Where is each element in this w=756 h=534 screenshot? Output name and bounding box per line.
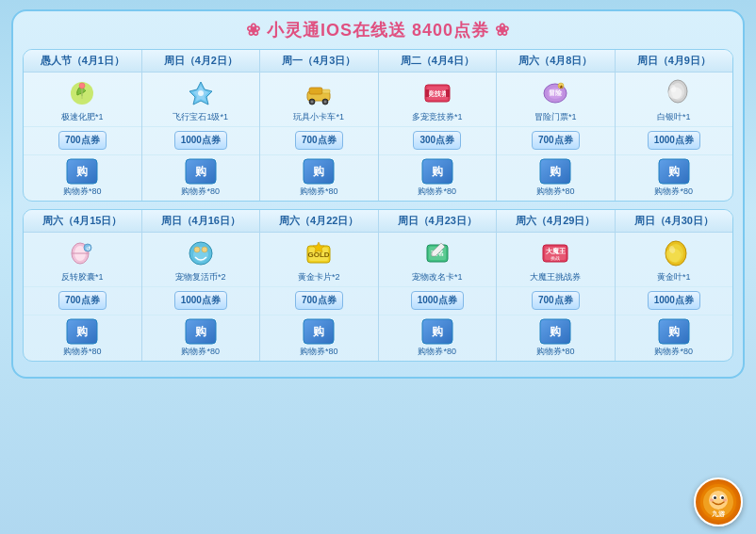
item-icon-8 xyxy=(184,236,218,270)
coupon-label-12: 购物券*80 xyxy=(654,346,693,358)
coupon-cell-1: 购 购物券*80 xyxy=(24,155,141,201)
item-cell-12: 黄金叶*1 xyxy=(616,233,733,287)
title-suffix: ❀ xyxy=(495,21,510,40)
item-label-7: 反转胶囊*1 xyxy=(61,272,104,283)
day-col-3: 周一（4月3日） 玩具小卡车*1 xyxy=(260,50,379,201)
item-label-1: 极速化肥*1 xyxy=(61,112,104,122)
item-icon-6 xyxy=(657,76,691,110)
points-badge-1: 700点券 xyxy=(58,131,107,150)
coupon-label-10: 购物券*80 xyxy=(418,346,456,358)
svg-text:竞技券: 竞技券 xyxy=(427,89,448,97)
item-icon-4: 竞技券 xyxy=(420,76,454,110)
item-label-4: 多宠竞技券*1 xyxy=(412,112,463,122)
section2-row: 周六（4月15日） ↺ 反转胶囊*1 700点券 xyxy=(24,210,732,361)
coupon-cell-12: 购 购物券*80 xyxy=(616,316,733,361)
coupon-cell-11: 购 购物券*80 xyxy=(497,316,615,361)
coupon-label-5: 购物券*80 xyxy=(536,186,575,198)
item-icon-1 xyxy=(65,76,99,110)
coupon-cell-10: 购 购物券*80 xyxy=(379,316,497,361)
svg-point-1 xyxy=(77,96,87,102)
svg-point-79 xyxy=(723,499,727,502)
page-title: ❀ 小灵通IOS在线送 8400点券 ❀ xyxy=(23,19,733,41)
svg-point-46 xyxy=(202,247,207,252)
item-label-3: 玩具小卡车*1 xyxy=(293,112,344,122)
coupon-cell-5: 购 购物券*80 xyxy=(497,155,615,201)
points-badge-10: 1000点券 xyxy=(411,291,464,310)
main-container: ❀ 小灵通IOS在线送 8400点券 ❀ 愚人节（4月1日） xyxy=(11,9,745,379)
svg-point-78 xyxy=(710,499,714,502)
svg-point-13 xyxy=(311,101,314,104)
svg-rect-23 xyxy=(446,89,450,97)
item-label-5: 冒险门票*1 xyxy=(534,112,577,122)
day-header-11: 周六（4月29日） xyxy=(497,210,615,233)
coupon-label-11: 购物券*80 xyxy=(536,346,575,358)
svg-text:大魔王: 大魔王 xyxy=(545,247,567,254)
day-col-5: 周六（4月8日） 冒险 ★ 冒险门票*1 700点券 xyxy=(497,50,616,201)
points-badge-6: 1000点券 xyxy=(648,131,700,150)
points-cell-9: 700点券 xyxy=(260,287,378,316)
svg-point-76 xyxy=(714,496,716,499)
svg-text:购: 购 xyxy=(75,165,88,178)
points-cell-3: 700点券 xyxy=(260,127,378,155)
coupon-label-1: 购物券*80 xyxy=(63,186,102,198)
svg-text:购: 购 xyxy=(431,165,443,178)
item-icon-3 xyxy=(302,76,336,110)
day-col-4: 周二（4月4日） 竞技券 多宠竞技券*1 300点券 xyxy=(379,50,498,201)
item-icon-7: ↺ xyxy=(65,236,99,270)
item-icon-5: 冒险 ★ xyxy=(538,76,572,110)
item-cell-7: ↺ 反转胶囊*1 xyxy=(24,233,141,287)
svg-point-2 xyxy=(79,83,85,89)
coupon-label-2: 购物券*80 xyxy=(181,186,220,198)
svg-text:购: 购 xyxy=(431,325,443,338)
svg-point-77 xyxy=(721,496,724,499)
day-header-3: 周一（4月3日） xyxy=(260,50,378,73)
points-badge-8: 1000点券 xyxy=(174,291,227,310)
day-header-5: 周六（4月8日） xyxy=(497,50,615,73)
points-cell-1: 700点券 xyxy=(24,127,141,155)
item-icon-11: 大魔王 挑战 xyxy=(538,236,572,270)
item-icon-2 xyxy=(184,76,218,110)
item-icon-10: 改名 xyxy=(420,236,454,270)
item-icon-9: GOLD xyxy=(302,236,336,270)
section-1: 愚人节（4月1日） 极速化肥*1 700点券 xyxy=(23,49,733,202)
day-header-1: 愚人节（4月1日） xyxy=(24,50,141,73)
coupon-cell-4: 购 购物券*80 xyxy=(379,155,497,201)
svg-text:购: 购 xyxy=(312,325,324,338)
day-header-12: 周日（4月30日） xyxy=(616,210,733,233)
day-header-8: 周日（4月16日） xyxy=(142,210,260,233)
svg-rect-22 xyxy=(425,89,429,97)
coupon-label-7: 购物券*80 xyxy=(63,346,102,358)
item-cell-1: 极速化肥*1 xyxy=(24,73,141,127)
points-cell-6: 1000点券 xyxy=(616,127,733,155)
item-label-6: 白银叶*1 xyxy=(657,112,691,122)
item-cell-10: 改名 宠物改名卡*1 xyxy=(379,233,497,287)
points-cell-12: 1000点券 xyxy=(616,287,733,316)
item-cell-2: 飞行宝石1级*1 xyxy=(142,73,260,127)
day-col-2: 周日（4月2日） 飞行宝石1级*1 1000点券 xyxy=(142,50,261,201)
day-header-4: 周二（4月4日） xyxy=(379,50,497,73)
points-cell-5: 700点券 xyxy=(497,127,615,155)
points-cell-7: 700点券 xyxy=(24,287,141,316)
svg-point-7 xyxy=(198,90,204,96)
points-badge-11: 700点券 xyxy=(532,291,580,310)
day-col-11: 周六（4月29日） 大魔王 挑战 大魔王挑战券 700点券 xyxy=(497,210,616,361)
coupon-cell-3: 购 购物券*80 xyxy=(260,155,378,201)
item-label-8: 宠物复活币*2 xyxy=(175,272,226,283)
title-prefix: ❀ xyxy=(246,21,261,40)
svg-text:购: 购 xyxy=(549,165,561,178)
day-header-2: 周日（4月2日） xyxy=(142,50,260,73)
day-col-7: 周六（4月15日） ↺ 反转胶囊*1 700点券 xyxy=(24,210,142,361)
coupon-cell-6: 购 购物券*80 xyxy=(616,155,733,201)
section1-row: 愚人节（4月1日） 极速化肥*1 700点券 xyxy=(24,50,732,201)
day-col-9: 周六（4月22日） GOLD 黄金卡片*2 700点券 xyxy=(260,210,379,361)
item-label-10: 宠物改名卡*1 xyxy=(412,272,463,283)
coupon-label-6: 购物券*80 xyxy=(654,186,693,198)
item-cell-6: 白银叶*1 xyxy=(616,73,733,127)
coupon-label-4: 购物券*80 xyxy=(418,186,456,198)
svg-rect-16 xyxy=(322,89,330,93)
item-cell-3: 玩具小卡车*1 xyxy=(260,73,378,127)
points-cell-10: 1000点券 xyxy=(379,287,497,316)
svg-text:购: 购 xyxy=(312,165,324,178)
title-text: 小灵通IOS在线送 8400点券 xyxy=(267,21,489,40)
svg-text:购: 购 xyxy=(194,325,206,338)
